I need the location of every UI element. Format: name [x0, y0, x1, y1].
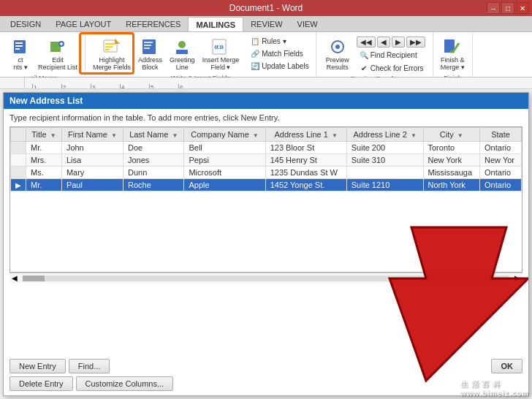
cell-company[interactable]: Microsoft	[184, 167, 265, 179]
col-address-line-1[interactable]: Address Line 1 ▼	[265, 128, 346, 142]
col-city[interactable]: City ▼	[423, 128, 480, 142]
nav-prev-button[interactable]: ◀	[377, 37, 390, 48]
find-recipient-button[interactable]: 🔍 Find Recipient	[357, 49, 426, 61]
finish-merge-button[interactable]: Finish &Merge ▾	[438, 35, 468, 73]
update-labels-label: Update Labels	[262, 62, 309, 70]
svg-rect-14	[144, 42, 153, 43]
ruler-marks: 1 2 3 4 5 6	[32, 77, 208, 88]
nav-last-button[interactable]: ▶▶	[406, 37, 425, 48]
dialog-footer-second-row: Delete Entry Customize Columns...	[4, 376, 528, 395]
cell-first-name[interactable]: Mary	[61, 167, 123, 179]
horizontal-scrollbar[interactable]: ◀ ▶	[10, 273, 522, 283]
insert-merge-field-button[interactable]: «» Insert MergeField ▾	[200, 35, 243, 73]
col-last-name[interactable]: Last Name ▼	[123, 128, 183, 142]
preview-results-button[interactable]: PreviewResults	[323, 35, 352, 73]
cell-addr1[interactable]: 123 Bloor St	[265, 142, 346, 154]
highlight-merge-fields-button[interactable]: HighlightMerge Fields	[90, 35, 134, 73]
check-errors-button[interactable]: ✔ Check for Errors	[357, 62, 426, 74]
cell-title[interactable]: Mr.	[26, 142, 62, 154]
tab-page-layout[interactable]: PAGE LAYOUT	[48, 17, 118, 31]
greeting-line-button[interactable]: GreetingLine	[167, 35, 198, 73]
customize-columns-button[interactable]: Customize Columns...	[76, 376, 174, 391]
ruler: 1 2 3 4 5 6	[0, 77, 532, 89]
col-address-line-2[interactable]: Address Line 2 ▼	[346, 128, 423, 142]
cell-state[interactable]: Ontario	[480, 179, 522, 191]
table-row[interactable]: Ms. Mary Dunn Microsoft 1235 Dundas St W…	[11, 167, 522, 179]
cell-addr2[interactable]	[346, 167, 423, 179]
cell-addr1[interactable]: 1452 Yonge St.	[265, 179, 346, 191]
tab-design[interactable]: DESIGN	[3, 17, 48, 31]
cell-company[interactable]: Bell	[184, 142, 265, 154]
cell-company[interactable]: Apple	[184, 179, 265, 191]
cell-first-name[interactable]: Lisa	[61, 154, 123, 167]
cell-first-name[interactable]: Paul	[61, 179, 123, 191]
address-block-button[interactable]: AddressBlock	[135, 35, 165, 73]
col-company-name[interactable]: Company Name ▼	[184, 128, 265, 142]
ruler-mark-3: 3	[91, 84, 120, 88]
cell-city[interactable]: Toronto	[423, 142, 480, 154]
col-title[interactable]: Title ▼	[26, 128, 62, 142]
table-row-selected[interactable]: ▶ Mr. Paul Roche Apple 1452 Yonge St. Su…	[11, 179, 522, 191]
cell-company[interactable]: Pepsi	[184, 154, 265, 167]
row-indicator-active: ▶	[11, 179, 26, 191]
minimize-button[interactable]: –	[487, 2, 500, 14]
scroll-left-button[interactable]: ◀	[10, 274, 20, 282]
cell-title[interactable]: Mr.	[26, 179, 62, 191]
new-entry-button[interactable]: New Entry	[10, 359, 66, 373]
cell-state[interactable]: New Yor	[480, 154, 522, 167]
scroll-right-button[interactable]: ▶	[512, 274, 522, 282]
cell-last-name[interactable]: Jones	[123, 154, 183, 167]
cell-last-name[interactable]: Dunn	[123, 167, 183, 179]
cell-city[interactable]: North York	[423, 179, 480, 191]
scroll-thumb[interactable]	[23, 276, 45, 281]
dialog-body: Type recipient information in the table.…	[4, 109, 528, 353]
tab-references[interactable]: REFERENCES	[118, 17, 188, 31]
check-errors-icon: ✔	[359, 63, 369, 73]
svg-text:«»: «»	[214, 42, 224, 52]
edit-recipient-list-button[interactable]: EditRecipient List	[35, 35, 80, 73]
col-state[interactable]: State	[480, 128, 522, 142]
col-first-name[interactable]: First Name ▼	[61, 128, 123, 142]
cell-city[interactable]: New York	[423, 154, 480, 167]
svg-rect-10	[105, 46, 113, 48]
nav-next-button[interactable]: ▶	[392, 37, 405, 48]
cell-city[interactable]: Mississauga	[423, 167, 480, 179]
cell-addr2[interactable]: Suite 310	[346, 154, 423, 167]
cell-title[interactable]: Ms.	[26, 167, 62, 179]
svg-rect-18	[176, 50, 188, 54]
table-row[interactable]: Mr. John Doe Bell 123 Bloor St Suite 200…	[11, 142, 522, 154]
table-row[interactable]: Mrs. Lisa Jones Pepsi 145 Henry St Suite…	[11, 154, 522, 167]
cell-addr1[interactable]: 145 Henry St	[265, 154, 346, 167]
start-mail-merge-button[interactable]: ctnts ▾	[7, 35, 34, 73]
svg-marker-12	[115, 39, 120, 44]
scroll-track[interactable]	[23, 276, 509, 281]
address-table-wrapper[interactable]: Title ▼ First Name ▼ Last Name ▼ Company…	[10, 126, 522, 273]
cell-title[interactable]: Mrs.	[26, 154, 62, 167]
find-button[interactable]: Find...	[69, 359, 110, 373]
cell-last-name[interactable]: Doe	[123, 142, 183, 154]
nav-first-button[interactable]: ◀◀	[357, 37, 376, 48]
cell-addr2[interactable]: Suite 1210	[346, 179, 423, 191]
maximize-button[interactable]: □	[501, 2, 514, 14]
close-button[interactable]: ✕	[516, 2, 529, 14]
rules-button[interactable]: 📋 Rules ▾	[248, 35, 311, 47]
tab-review[interactable]: REVIEW	[243, 17, 289, 31]
window-controls[interactable]: – □ ✕	[487, 2, 529, 14]
update-labels-button[interactable]: 🔄 Update Labels	[248, 60, 311, 72]
cell-state[interactable]: Ontario	[480, 142, 522, 154]
cell-last-name[interactable]: Roche	[123, 179, 183, 191]
svg-rect-9	[105, 43, 115, 45]
match-fields-button[interactable]: 🔗 Match Fields	[248, 48, 311, 59]
row-indicator	[11, 154, 26, 167]
cell-addr1[interactable]: 1235 Dundas St W	[265, 167, 346, 179]
cell-state[interactable]: Ontario	[480, 167, 522, 179]
write-insert-small-btns: 📋 Rules ▾ 🔗 Match Fields 🔄 Update Labels	[248, 35, 311, 72]
check-errors-label: Check for Errors	[370, 64, 424, 72]
cell-addr2[interactable]: Suite 200	[346, 142, 423, 154]
cell-first-name[interactable]: John	[61, 142, 123, 154]
tab-mailings[interactable]: MAILINGS	[188, 17, 243, 31]
ok-button[interactable]: OK	[491, 359, 522, 373]
tab-view[interactable]: VIEW	[290, 17, 325, 31]
watermark-url: www.bimeiz.com	[460, 390, 529, 398]
delete-entry-button[interactable]: Delete Entry	[10, 376, 73, 391]
